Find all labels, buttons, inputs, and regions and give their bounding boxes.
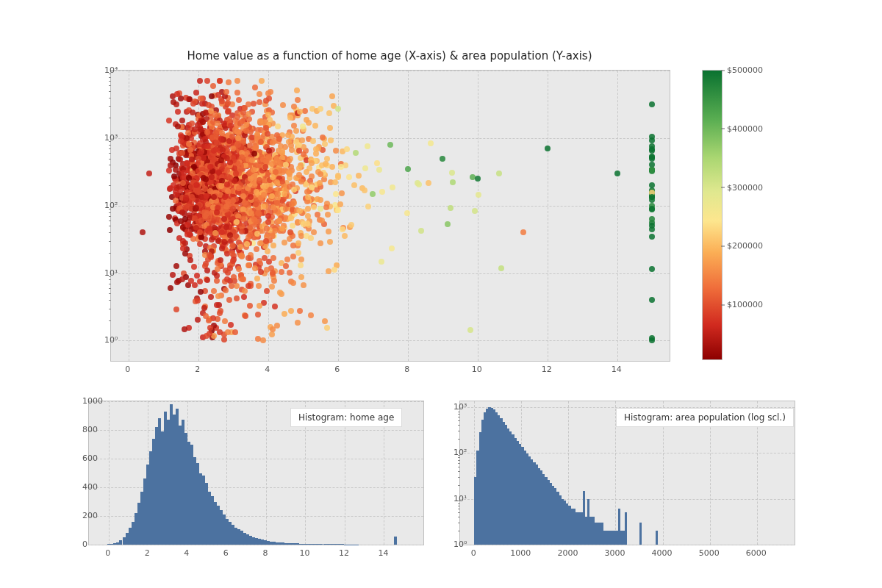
- data-point: [227, 159, 233, 165]
- data-point: [227, 232, 233, 238]
- data-point: [219, 229, 225, 235]
- data-point: [215, 293, 221, 299]
- data-point: [218, 257, 223, 263]
- data-point: [379, 189, 385, 195]
- data-point: [365, 143, 370, 149]
- colorbar-tick-label: $400000: [727, 123, 763, 133]
- data-point: [251, 167, 257, 173]
- data-point: [166, 214, 172, 220]
- data-point: [467, 327, 473, 333]
- data-point: [279, 269, 284, 275]
- data-point: [274, 200, 280, 206]
- data-point: [291, 104, 297, 110]
- data-point: [649, 206, 655, 212]
- data-point: [206, 102, 212, 108]
- data-point: [207, 164, 213, 170]
- data-point: [201, 305, 207, 311]
- data-point: [257, 177, 262, 183]
- data-point: [322, 318, 328, 324]
- data-point: [263, 183, 269, 189]
- scatter-plot: [110, 70, 670, 362]
- data-point: [242, 200, 248, 206]
- data-point: [308, 312, 314, 318]
- data-point: [186, 141, 192, 147]
- data-point: [178, 218, 184, 224]
- data-point: [240, 193, 246, 199]
- data-point: [649, 182, 655, 188]
- data-point: [262, 255, 268, 261]
- data-point: [220, 147, 226, 153]
- data-point: [445, 221, 451, 227]
- data-point: [264, 288, 270, 294]
- data-point: [243, 313, 248, 319]
- data-point: [190, 236, 196, 242]
- data-point: [308, 235, 314, 241]
- data-point: [290, 280, 296, 286]
- data-point: [179, 276, 185, 282]
- data-point: [649, 337, 655, 343]
- data-point: [194, 273, 200, 279]
- data-point: [279, 168, 284, 173]
- data-point: [187, 147, 193, 153]
- colorbar-tick-label: $500000: [727, 65, 763, 75]
- data-point: [224, 182, 230, 187]
- data-point: [170, 206, 176, 212]
- data-point: [475, 176, 481, 182]
- data-point: [239, 154, 245, 160]
- data-point: [251, 217, 257, 223]
- data-point: [228, 123, 234, 129]
- histogram-bar: [656, 531, 658, 545]
- data-point: [405, 166, 411, 172]
- data-point: [247, 303, 253, 309]
- data-point: [171, 173, 177, 179]
- data-point: [318, 171, 323, 177]
- data-point: [257, 240, 263, 246]
- data-point: [288, 215, 294, 221]
- data-point: [277, 290, 283, 295]
- data-point: [379, 259, 384, 265]
- data-point: [204, 333, 209, 339]
- data-point: [274, 323, 280, 329]
- data-point: [276, 136, 282, 142]
- data-point: [328, 137, 334, 143]
- data-point: [365, 204, 371, 209]
- data-point: [299, 137, 305, 143]
- data-point: [265, 131, 270, 137]
- x-tick-label: 12: [339, 548, 349, 558]
- histogram-bar: [625, 512, 627, 545]
- data-point: [275, 123, 281, 129]
- x-tick-label: 4: [265, 365, 270, 374]
- data-point: [301, 282, 306, 288]
- data-point: [282, 191, 287, 197]
- data-point: [184, 222, 190, 228]
- data-point: [295, 250, 301, 256]
- data-point: [171, 99, 176, 105]
- data-point: [283, 263, 289, 269]
- data-point: [208, 294, 214, 300]
- colorbar: $100000$200000$300000$400000$500000: [702, 70, 768, 360]
- data-point: [327, 125, 333, 131]
- data-point: [173, 263, 179, 269]
- data-point: [218, 157, 224, 163]
- data-point: [175, 123, 181, 129]
- data-point: [248, 176, 254, 182]
- data-point: [296, 172, 302, 178]
- data-point: [327, 239, 333, 245]
- x-tick-label: 0: [105, 548, 110, 558]
- data-point: [649, 148, 655, 154]
- data-point: [297, 308, 303, 314]
- data-point: [215, 266, 220, 272]
- data-point: [203, 176, 209, 182]
- data-point: [272, 304, 278, 309]
- data-point: [255, 312, 261, 318]
- data-point: [304, 220, 310, 226]
- data-point: [270, 270, 276, 276]
- data-point: [315, 212, 320, 218]
- data-point: [270, 140, 276, 146]
- data-point: [206, 318, 212, 323]
- data-point: [219, 98, 225, 104]
- data-point: [362, 187, 368, 193]
- data-point: [270, 243, 276, 248]
- data-point: [253, 201, 259, 207]
- data-point: [207, 188, 213, 194]
